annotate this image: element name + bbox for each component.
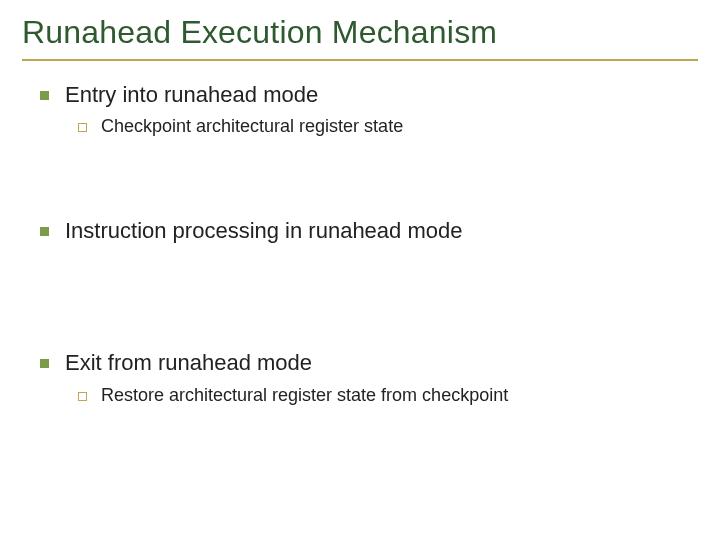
list-item: Instruction processing in runahead mode <box>40 217 698 246</box>
list-item-text: Checkpoint architectural register state <box>101 115 403 138</box>
list-item: Checkpoint architectural register state <box>78 115 698 138</box>
square-bullet-icon <box>40 91 49 100</box>
square-bullet-icon <box>40 227 49 236</box>
list-item-text: Exit from runahead mode <box>65 349 312 378</box>
list-item: Exit from runahead mode <box>40 349 698 378</box>
spacer <box>22 143 698 213</box>
list-item-text: Instruction processing in runahead mode <box>65 217 462 246</box>
title-underline <box>22 59 698 61</box>
slide: Runahead Execution Mechanism Entry into … <box>0 0 720 540</box>
list-item-text: Restore architectural register state fro… <box>101 384 508 407</box>
bullet-list: Entry into runahead mode Checkpoint arch… <box>22 81 698 408</box>
spacer <box>22 249 698 345</box>
slide-title: Runahead Execution Mechanism <box>22 14 698 51</box>
hollow-square-bullet-icon <box>78 123 87 132</box>
hollow-square-bullet-icon <box>78 392 87 401</box>
list-item: Restore architectural register state fro… <box>78 384 698 407</box>
square-bullet-icon <box>40 359 49 368</box>
list-item: Entry into runahead mode <box>40 81 698 110</box>
list-item-text: Entry into runahead mode <box>65 81 318 110</box>
